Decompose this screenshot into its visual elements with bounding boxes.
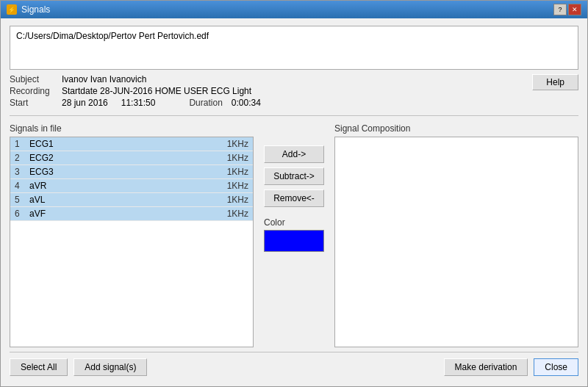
subject-value: Ivanov Ivan Ivanovich bbox=[62, 74, 146, 84]
make-derivation-button[interactable]: Make derivation bbox=[444, 358, 528, 376]
signal-composition-box[interactable] bbox=[334, 137, 578, 347]
start-row: Start 28 jun 2016 11:31:50 Duration 0:00… bbox=[10, 98, 261, 108]
dialog-content: C:/Users/Dima/Desktop/Pertov Pert Pertov… bbox=[1, 18, 587, 386]
help-button[interactable]: Help bbox=[532, 74, 578, 90]
remove-button[interactable]: Remove<- bbox=[264, 189, 324, 207]
signal-number: 5 bbox=[15, 195, 29, 205]
window-title: Signals bbox=[21, 4, 50, 15]
signals-list[interactable]: 1ECG11KHz2ECG21KHz3ECG31KHz4aVR1KHz5aVL1… bbox=[10, 137, 254, 347]
start-date: 28 jun 2016 bbox=[62, 98, 108, 108]
title-bar-left: ⚡ Signals bbox=[7, 4, 50, 15]
signal-freq: 1KHz bbox=[227, 167, 248, 177]
signal-name: ECG1 bbox=[29, 139, 227, 149]
help-title-btn[interactable]: ? bbox=[553, 4, 567, 15]
recording-label: Recording bbox=[10, 86, 57, 96]
recording-value: Startdate 28-JUN-2016 HOME USER ECG Ligh… bbox=[62, 86, 251, 96]
signal-row[interactable]: 6aVF1KHz bbox=[10, 207, 253, 221]
duration-label: Duration bbox=[189, 98, 222, 108]
file-path-box: C:/Users/Dima/Desktop/Pertov Pert Pertov… bbox=[10, 26, 578, 70]
signal-name: aVF bbox=[29, 209, 227, 219]
close-title-btn[interactable]: ✕ bbox=[568, 4, 581, 15]
app-icon: ⚡ bbox=[7, 4, 17, 15]
add-signals-button[interactable]: Add signal(s) bbox=[74, 358, 147, 376]
signal-number: 3 bbox=[15, 167, 29, 177]
title-bar: ⚡ Signals ? ✕ bbox=[1, 1, 587, 18]
main-area: Signals in file 1ECG11KHz2ECG21KHz3ECG31… bbox=[10, 123, 578, 347]
signal-number: 2 bbox=[15, 153, 29, 163]
signal-freq: 1KHz bbox=[227, 195, 248, 205]
info-rows: Subject Ivanov Ivan Ivanovich Recording … bbox=[10, 74, 261, 108]
color-section: Color bbox=[264, 217, 324, 252]
subtract-button[interactable]: Subtract-> bbox=[264, 167, 324, 185]
signal-name: ECG2 bbox=[29, 153, 227, 163]
subject-row: Subject Ivanov Ivan Ivanovich bbox=[10, 74, 261, 84]
left-panel: Signals in file 1ECG11KHz2ECG21KHz3ECG31… bbox=[10, 123, 254, 347]
bottom-right-buttons: Make derivation Close bbox=[444, 358, 578, 376]
signal-composition-label: Signal Composition bbox=[334, 123, 578, 134]
start-label: Start bbox=[10, 98, 57, 108]
add-button[interactable]: Add-> bbox=[264, 145, 324, 163]
signal-name: ECG3 bbox=[29, 167, 227, 177]
close-button[interactable]: Close bbox=[534, 358, 578, 376]
signal-row[interactable]: 4aVR1KHz bbox=[10, 179, 253, 193]
signal-name: aVR bbox=[29, 181, 227, 191]
middle-buttons-panel: Add-> Subtract-> Remove<- Color bbox=[261, 123, 327, 347]
subject-label: Subject bbox=[10, 74, 57, 84]
signal-number: 4 bbox=[15, 181, 29, 191]
signal-name: aVL bbox=[29, 195, 227, 205]
bottom-left-buttons: Select All Add signal(s) bbox=[10, 358, 147, 376]
signal-row[interactable]: 5aVL1KHz bbox=[10, 193, 253, 207]
signal-freq: 1KHz bbox=[227, 153, 248, 163]
select-all-button[interactable]: Select All bbox=[10, 358, 68, 376]
signals-dialog: ⚡ Signals ? ✕ C:/Users/Dima/Desktop/Pert… bbox=[0, 0, 588, 387]
signal-row[interactable]: 1ECG11KHz bbox=[10, 137, 253, 151]
file-path-text: C:/Users/Dima/Desktop/Pertov Pert Pertov… bbox=[16, 31, 209, 41]
signal-row[interactable]: 2ECG21KHz bbox=[10, 151, 253, 165]
start-time: 11:31:50 bbox=[121, 98, 156, 108]
signal-freq: 1KHz bbox=[227, 139, 248, 149]
title-bar-buttons: ? ✕ bbox=[553, 4, 581, 15]
info-and-help: Subject Ivanov Ivan Ivanovich Recording … bbox=[10, 74, 578, 108]
signal-number: 1 bbox=[15, 139, 29, 149]
signal-freq: 1KHz bbox=[227, 181, 248, 191]
right-panel: Signal Composition bbox=[334, 123, 578, 347]
recording-row: Recording Startdate 28-JUN-2016 HOME USE… bbox=[10, 86, 261, 96]
color-swatch[interactable] bbox=[264, 230, 324, 252]
signal-freq: 1KHz bbox=[227, 209, 248, 219]
signals-in-file-label: Signals in file bbox=[10, 123, 254, 134]
bottom-bar: Select All Add signal(s) Make derivation… bbox=[10, 352, 578, 379]
separator bbox=[10, 115, 578, 116]
signal-number: 6 bbox=[15, 209, 29, 219]
signal-row[interactable]: 3ECG31KHz bbox=[10, 165, 253, 179]
duration-value: 0:00:34 bbox=[232, 98, 261, 108]
color-label: Color bbox=[264, 217, 324, 228]
